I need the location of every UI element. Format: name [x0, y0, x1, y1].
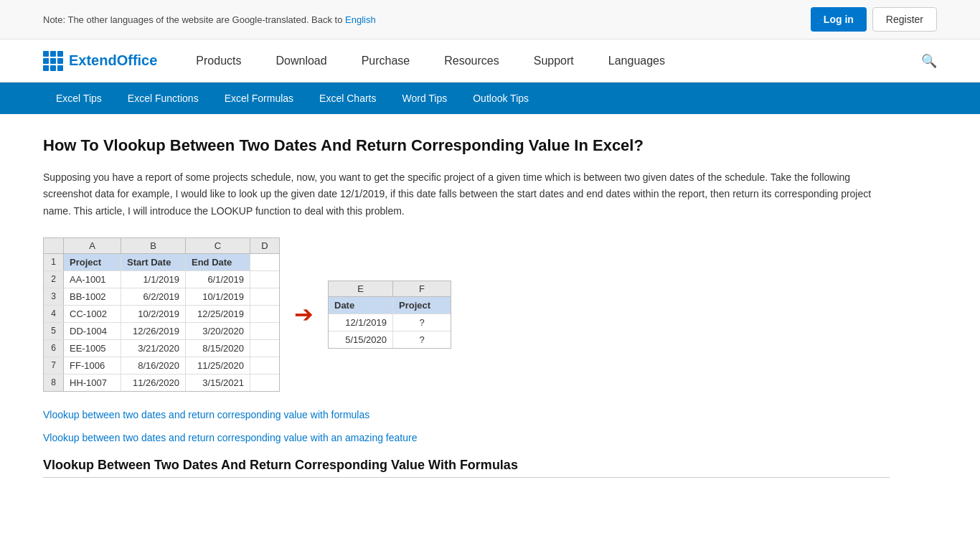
table-row: 2 AA-1001 1/1/2019 6/1/2019	[44, 271, 279, 288]
secondary-nav-excel-tips[interactable]: Excel Tips	[43, 83, 115, 114]
left-spreadsheet: A B C D 1 Project Start Date End Date 2 …	[43, 237, 280, 392]
right-arrow-icon: ➔	[294, 301, 314, 328]
right-header-row: Date Project	[329, 297, 451, 314]
secondary-nav-excel-formulas[interactable]: Excel Formulas	[212, 83, 306, 114]
nav-download[interactable]: Download	[259, 39, 344, 83]
table-row: 12/1/2019 ?	[329, 314, 451, 331]
table-row: 5/15/2020 ?	[329, 331, 451, 348]
table-row: 5 DD-1004 12/26/2019 3/20/2020	[44, 323, 279, 340]
nav-languages[interactable]: Languages	[591, 39, 682, 83]
row-num-1: 1	[44, 254, 64, 270]
table-row: 6 EE-1005 3/21/2020 8/15/2020	[44, 340, 279, 357]
intro-text: Supposing you have a report of some proj…	[43, 169, 890, 220]
arrow-area: ➔	[280, 301, 328, 328]
login-button[interactable]: Log in	[811, 7, 867, 32]
header-project: Project	[64, 254, 121, 270]
col-a-header: A	[64, 238, 121, 253]
header-start-date: Start Date	[121, 254, 186, 270]
register-button[interactable]: Register	[872, 7, 937, 32]
logo-grid-icon	[43, 51, 63, 71]
col-c-header: C	[186, 238, 250, 253]
right-header-project: Project	[393, 297, 451, 314]
right-col-header-row: E F	[329, 281, 451, 297]
main-content: How To Vlookup Between Two Dates And Ret…	[0, 114, 933, 499]
col-d-header: D	[250, 238, 279, 253]
nav-resources[interactable]: Resources	[427, 39, 516, 83]
link-section: Vlookup between two dates and return cor…	[43, 409, 890, 443]
nav-links: Products Download Purchase Resources Sup…	[179, 39, 921, 83]
nav-products[interactable]: Products	[179, 39, 258, 83]
corner-cell	[44, 238, 64, 253]
logo-text: ExtendOffice	[69, 52, 157, 69]
col-header-row: A B C D	[44, 238, 279, 254]
nav-support[interactable]: Support	[517, 39, 591, 83]
header-d-empty	[250, 254, 279, 270]
header-end-date: End Date	[186, 254, 250, 270]
search-icon[interactable]: 🔍	[921, 53, 937, 69]
main-nav: ExtendOffice Products Download Purchase …	[0, 39, 980, 83]
table-row: 4 CC-1002 10/2/2019 12/25/2019	[44, 306, 279, 323]
nav-purchase[interactable]: Purchase	[344, 39, 428, 83]
right-spreadsheet: E F Date Project 12/1/2019 ? 5/15/2020 ?	[328, 281, 451, 349]
link-formulas[interactable]: Vlookup between two dates and return cor…	[43, 409, 890, 420]
table-header-row: 1 Project Start Date End Date	[44, 254, 279, 271]
section-heading: Vlookup Between Two Dates And Return Cor…	[43, 458, 890, 478]
col-b-header: B	[121, 238, 186, 253]
secondary-nav-excel-charts[interactable]: Excel Charts	[306, 83, 389, 114]
page-title: How To Vlookup Between Two Dates And Ret…	[43, 136, 890, 156]
secondary-nav-excel-functions[interactable]: Excel Functions	[115, 83, 212, 114]
notification-text: Note: The other languages of the website…	[43, 14, 811, 25]
secondary-nav: Excel Tips Excel Functions Excel Formula…	[0, 83, 980, 114]
secondary-nav-outlook-tips[interactable]: Outlook Tips	[460, 83, 542, 114]
right-col-f-header: F	[393, 281, 451, 296]
spreadsheet-container: A B C D 1 Project Start Date End Date 2 …	[43, 237, 890, 392]
auth-buttons: Log in Register	[811, 7, 937, 32]
table-row: 7 FF-1006 8/16/2020 11/25/2020	[44, 357, 279, 375]
table-row: 8 HH-1007 11/26/2020 3/15/2021	[44, 375, 279, 391]
link-feature[interactable]: Vlookup between two dates and return cor…	[43, 432, 890, 443]
secondary-nav-word-tips[interactable]: Word Tips	[389, 83, 460, 114]
notification-bar: Note: The other languages of the website…	[0, 0, 980, 39]
right-header-date: Date	[329, 297, 393, 314]
table-row: 3 BB-1002 6/2/2019 10/1/2019	[44, 288, 279, 306]
right-col-e-header: E	[329, 281, 393, 296]
english-link[interactable]: English	[345, 14, 376, 25]
logo[interactable]: ExtendOffice	[43, 51, 157, 71]
